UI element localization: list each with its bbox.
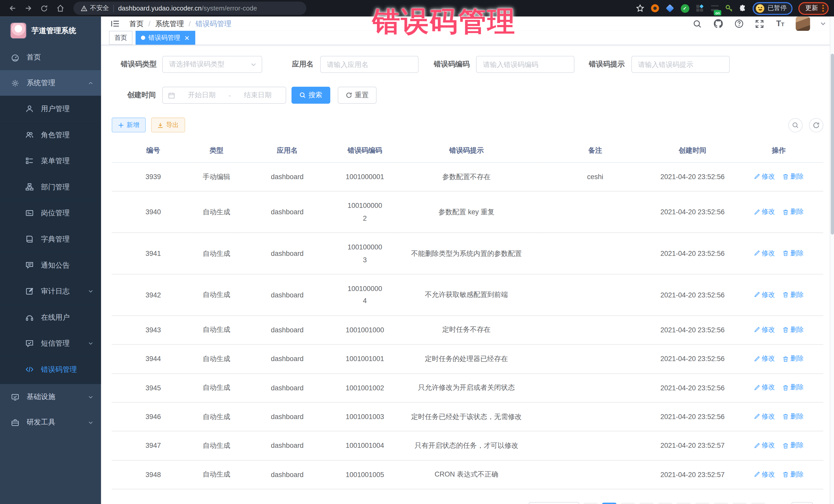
extension-icon-switch[interactable]: on [710,4,719,13]
search-button[interactable]: 搜索 [291,87,330,104]
tab-home[interactable]: 首页 [109,31,132,45]
close-icon[interactable] [183,35,190,41]
font-size-icon[interactable] [775,19,786,29]
scrollbar-thumb[interactable] [831,53,834,235]
table-cell: 3947 [112,431,195,460]
edit-link[interactable]: 修改 [754,470,775,479]
bookmark-star-icon[interactable] [636,4,644,13]
breadcrumb-home[interactable]: 首页 [129,19,144,28]
table-cell: dashboard [238,460,336,489]
forward-icon[interactable] [21,2,35,15]
extension-icon-orange[interactable] [651,4,659,13]
sidebar-item-online[interactable]: 在线用户 [0,304,101,330]
sidebar-item-sms[interactable]: 短信管理 [0,330,101,356]
error-code-input[interactable] [476,56,574,73]
reset-button[interactable]: 重置 [338,87,376,104]
search-icon[interactable] [692,19,703,29]
extension-icon-gem[interactable] [665,4,674,13]
page-button-4[interactable]: 4 [658,502,672,504]
sidebar-item-post[interactable]: 岗位管理 [0,200,101,226]
sidebar-item-home[interactable]: 首页 [0,45,101,70]
sidebar-item-notice[interactable]: 通知公告 [0,252,101,278]
url-text[interactable]: dashboard.yudao.iocoder.cn/system/error-… [118,5,257,12]
scrollbar-track[interactable] [830,17,834,504]
address-bar[interactable]: 不安全 dashboard.yudao.iocoder.cn/system/er… [73,2,306,15]
extension-icon-grid[interactable] [695,4,704,13]
extension-icon-green-check[interactable]: ✓ [680,4,689,13]
prev-page-button[interactable] [584,502,598,504]
table-cell: CRON 表达式不正确 [394,460,540,489]
page-button-3[interactable]: 3 [639,502,654,504]
page-ellipsis-button[interactable]: ••• [714,502,728,504]
fullscreen-icon[interactable] [754,19,765,29]
table-row: 3943自动生成dashboard1001001000定时任务不存在2021-0… [112,316,823,345]
github-icon[interactable] [712,19,723,29]
reload-icon[interactable] [37,2,51,15]
sidebar-item-label: 错误码管理 [41,365,77,374]
browser-update-button[interactable]: 更新 [798,2,829,15]
on-badge: on [714,10,721,15]
edit-link[interactable]: 修改 [754,172,775,181]
extensions-puzzle-icon[interactable] [739,4,747,12]
edit-link[interactable]: 修改 [754,412,775,421]
hamburger-icon[interactable] [109,18,121,29]
delete-link[interactable]: 删除 [783,172,804,181]
edit-link[interactable]: 修改 [754,325,775,334]
home-icon[interactable] [53,2,67,15]
edit-link[interactable]: 修改 [754,207,775,216]
tab-error-code[interactable]: 错误码管理 [136,31,195,45]
page-size-select[interactable]: 10条/页 [529,502,579,504]
sidebar-item-menu[interactable]: 菜单管理 [0,148,101,174]
sidebar-logo[interactable]: 芋道管理系统 [0,17,101,45]
page-button-1[interactable]: 1 [602,502,616,504]
table-cell: dashboard [238,373,336,402]
app-name-input[interactable] [320,56,418,73]
refresh-table-button[interactable] [809,118,824,132]
page-button-6[interactable]: 6 [695,502,709,504]
edit-link[interactable]: 修改 [754,383,775,392]
sidebar-item-errcode[interactable]: 错误码管理 [0,356,101,382]
delete-link[interactable]: 删除 [783,325,804,334]
error-hint-input[interactable] [631,56,729,73]
create-time-range-picker[interactable]: 开始日期 - 结束日期 [162,87,286,104]
sidebar-item-infra[interactable]: 基础设施 [0,384,101,409]
sidebar-item-role[interactable]: 角色管理 [0,122,101,148]
page-button-5[interactable]: 5 [676,502,691,504]
export-button[interactable]: 导出 [151,117,185,132]
sidebar-item-system[interactable]: 系统管理 [0,70,101,96]
browser-menu-icon[interactable] [822,5,824,12]
sidebar-item-dict[interactable]: 字典管理 [0,226,101,252]
help-icon[interactable] [733,19,744,29]
goto-page-input[interactable] [791,502,813,504]
user-avatar[interactable] [796,17,810,31]
delete-link[interactable]: 删除 [783,383,804,392]
delete-link[interactable]: 删除 [783,207,804,216]
back-icon[interactable] [5,2,19,15]
error-type-select[interactable]: 请选择错误码类型 [162,56,262,73]
extension-icon-key[interactable] [725,4,733,12]
breadcrumb-system[interactable]: 系统管理 [155,19,184,28]
sidebar-item-audit[interactable]: 审计日志 [0,278,101,304]
edit-link[interactable]: 修改 [754,290,775,299]
sidebar-item-devtool[interactable]: 研发工具 [0,410,101,435]
page-button-8[interactable]: 8 [732,502,747,504]
delete-link[interactable]: 删除 [783,412,804,421]
page-button-2[interactable]: 2 [621,502,635,504]
not-secure-warning[interactable]: 不安全 [81,4,109,13]
toggle-search-button[interactable] [788,118,803,132]
delete-link[interactable]: 删除 [783,354,804,364]
delete-link[interactable]: 删除 [783,290,804,299]
next-page-button[interactable] [751,502,766,504]
edit-link[interactable]: 修改 [754,249,775,258]
paused-extension-badge[interactable]: 已暂停 [753,2,792,15]
edit-link[interactable]: 修改 [754,441,775,450]
delete-link[interactable]: 删除 [783,441,804,450]
paused-label: 已暂停 [768,4,787,13]
edit-link[interactable]: 修改 [754,354,775,364]
delete-link[interactable]: 删除 [783,470,804,479]
sidebar-item-user[interactable]: 用户管理 [0,96,101,122]
add-button[interactable]: 新增 [112,117,146,132]
sidebar-item-dept[interactable]: 部门管理 [0,174,101,200]
delete-link[interactable]: 删除 [783,249,804,258]
avatar-caret-icon[interactable] [820,21,826,27]
